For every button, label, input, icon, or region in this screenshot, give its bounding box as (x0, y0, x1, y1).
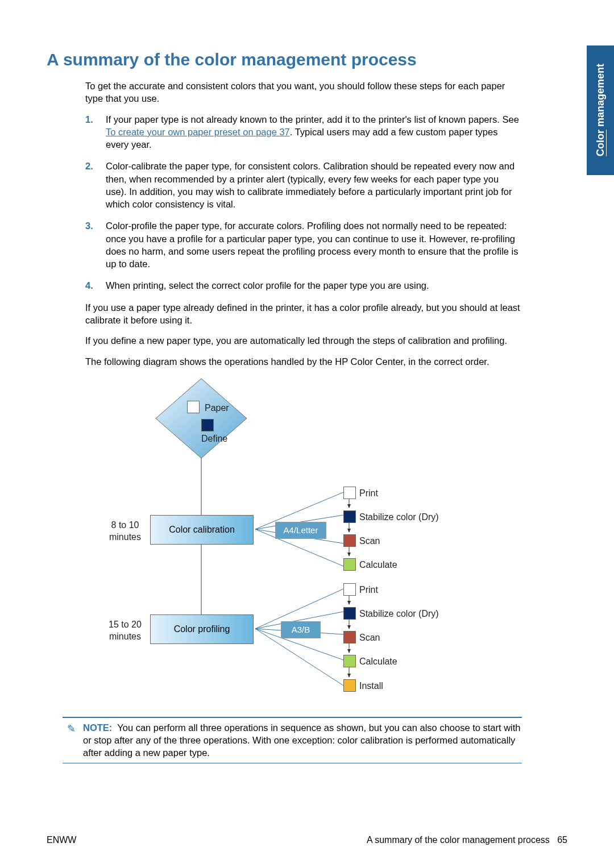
prof-step-install: Install (359, 680, 383, 692)
define-icon (201, 419, 214, 431)
page-heading: A summary of the color management proces… (47, 50, 567, 69)
note-icon: ✎ (67, 722, 81, 759)
print-icon-2 (343, 583, 356, 596)
para-already-defined: If you use a paper type already defined … (85, 301, 522, 327)
prof-step-stabilize: Stabilize color (Dry) (359, 608, 439, 620)
prof-step-calculate: Calculate (359, 655, 397, 668)
calib-step-calculate: Calculate (359, 559, 397, 571)
print-icon-1 (343, 487, 356, 499)
prof-step-print: Print (359, 584, 378, 596)
calib-step-print: Print (359, 487, 378, 500)
prof-step-scan: Scan (359, 632, 380, 644)
calibration-box: Color calibration (150, 515, 254, 545)
step-3: 3. Color-profile the paper type, for acc… (85, 219, 522, 270)
stabilize-icon-1 (343, 510, 356, 523)
note-block: ✎ NOTE: You can perform all three operat… (63, 717, 522, 763)
calib-duration: 8 to 10minutes (105, 519, 146, 543)
note-label: NOTE: (83, 722, 112, 733)
a3-b-chip: A3/B (281, 621, 321, 638)
intro-paragraph: To get the accurate and consistent color… (85, 80, 522, 105)
scan-icon-2 (343, 631, 356, 643)
calib-step-scan: Scan (359, 535, 380, 547)
para-new-paper: If you define a new paper type, you are … (85, 334, 522, 347)
step-4: 4. When printing, select the correct col… (85, 279, 522, 292)
profiling-box: Color profiling (150, 614, 254, 644)
diamond-label-define: Define (201, 433, 227, 445)
prof-duration: 15 to 20minutes (105, 618, 146, 643)
svg-marker-0 (156, 379, 247, 458)
link-paper-preset[interactable]: To create your own paper preset on page … (106, 127, 290, 137)
scan-icon-1 (343, 534, 356, 547)
footer-left: ENWW (47, 835, 76, 845)
steps-list: 1. If your paper type is not already kno… (85, 113, 522, 292)
para-diagram-intro: The following diagram shows the operatio… (85, 355, 522, 368)
color-center-diagram: Paper Define 8 to 10minutes Color calibr… (105, 376, 503, 711)
paper-icon (187, 401, 200, 413)
page-footer: ENWW A summary of the color management p… (47, 835, 567, 845)
calculate-icon-2 (343, 655, 356, 667)
footer-page-number: 65 (557, 835, 567, 845)
diamond-label-paper: Paper (205, 402, 229, 414)
note-text: You can perform all three operations in … (83, 722, 521, 758)
install-icon (343, 679, 356, 692)
a4-letter-chip: A4/Letter (275, 522, 326, 539)
footer-section: A summary of the color management proces… (367, 835, 550, 845)
calculate-icon-1 (343, 558, 356, 571)
stabilize-icon-2 (343, 607, 356, 620)
step-1: 1. If your paper type is not already kno… (85, 113, 522, 151)
calib-step-stabilize: Stabilize color (Dry) (359, 511, 439, 524)
step-2: 2. Color-calibrate the paper type, for c… (85, 160, 522, 210)
